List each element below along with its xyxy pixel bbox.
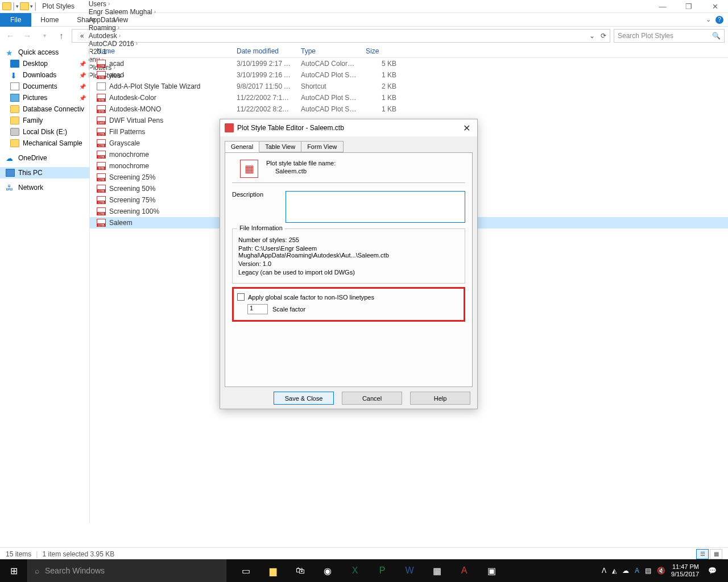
qat-dropdown-icon[interactable]: ▾	[16, 3, 19, 9]
file-row[interactable]: acad 3/10/1999 2:17 AM AutoCAD Color-d..…	[90, 58, 728, 69]
onedrive-icon: ☁	[6, 154, 15, 162]
file-size: 5 KB	[361, 60, 401, 68]
stb-icon	[97, 105, 106, 113]
label: Database Connectiv	[23, 105, 84, 113]
file-row[interactable]: Autodesk-Color 11/22/2002 7:17 AM AutoCA…	[90, 92, 728, 103]
dropdown-icon[interactable]: ⌄	[589, 32, 595, 40]
file-size: 1 KB	[361, 94, 401, 102]
store-icon[interactable]: 🛍	[287, 559, 314, 582]
file-name: DWF Virtual Pens	[109, 117, 163, 124]
app-icon[interactable]: ▣	[478, 559, 505, 582]
breadcrumb-segment[interactable]: AppData ›	[86, 16, 160, 24]
save-close-button[interactable]: Save & Close	[274, 392, 334, 405]
help-icon[interactable]: ?	[715, 16, 723, 24]
this-pc-item[interactable]: This PC	[0, 167, 89, 178]
qat-dropdown-icon[interactable]: ▾	[30, 3, 33, 9]
maximize-button[interactable]: ❐	[676, 0, 702, 13]
search-input[interactable]: Search Plot Styles 🔍	[614, 29, 725, 43]
highlight-box: Apply global scale factor to non-ISO lin…	[232, 287, 465, 322]
breadcrumb-segment[interactable]: Users ›	[86, 0, 160, 8]
tray-network-icon[interactable]: ▤	[645, 567, 651, 575]
downloads-icon: ⬇	[10, 71, 19, 79]
tab-home[interactable]: Home	[31, 13, 68, 27]
taskbar-clock[interactable]: 11:47 PM 9/15/2017	[671, 563, 702, 578]
nav-item[interactable]: ⬇Downloads📌	[0, 69, 89, 81]
onedrive-item[interactable]: ☁ OneDrive	[0, 152, 89, 164]
nav-item[interactable]: Local Disk (E:)	[0, 126, 89, 138]
column-size[interactable]: Size	[361, 47, 401, 55]
nav-item[interactable]: Pictures📌	[0, 92, 89, 103]
file-row[interactable]: acad 3/10/1999 2:16 AM AutoCAD Plot Styl…	[90, 69, 728, 81]
tray-autodesk-icon[interactable]: ◭	[612, 567, 617, 575]
minimize-button[interactable]: —	[650, 0, 676, 13]
column-type[interactable]: Type	[296, 47, 361, 55]
breadcrumb-segment[interactable]: Engr Saleem Mughal ›	[86, 8, 160, 16]
tray-autodesk-icon[interactable]: A	[635, 567, 639, 575]
file-date: 9/8/2017 11:50 AM	[232, 82, 296, 90]
breadcrumb-overflow[interactable]: «	[78, 32, 86, 40]
recent-dropdown[interactable]: ▾	[38, 29, 51, 43]
file-type: AutoCAD Plot Styl...	[296, 94, 361, 102]
forward-button: →	[20, 29, 34, 43]
chrome-icon[interactable]: ◉	[314, 559, 341, 582]
dialog-title: Plot Style Table Editor - Saleem.ctb	[237, 124, 344, 132]
nav-item[interactable]: Family	[0, 115, 89, 126]
nav-item[interactable]: Mechanical Sample	[0, 138, 89, 149]
word-icon[interactable]: W	[396, 559, 423, 582]
file-row[interactable]: Add-A-Plot Style Table Wizard 9/8/2017 1…	[90, 81, 728, 92]
file-name: monochrome	[109, 162, 149, 170]
dialog-close-button[interactable]: ✕	[461, 123, 473, 134]
up-button[interactable]: ↑	[55, 29, 68, 43]
file-row[interactable]: Autodesk-MONO 11/22/2002 8:22 AM AutoCAD…	[90, 103, 728, 115]
expand-ribbon-icon[interactable]: ⌄	[706, 16, 711, 23]
column-date[interactable]: Date modified	[232, 47, 296, 55]
tray-cloud-icon[interactable]: ☁	[622, 567, 629, 575]
refresh-icon[interactable]: ⟳	[601, 32, 606, 40]
ctb-icon	[97, 196, 106, 204]
column-name[interactable]: Name	[90, 47, 232, 55]
breadcrumb-segment[interactable]: Autodesk ›	[86, 32, 160, 40]
tray-volume-icon[interactable]: 🔇	[657, 567, 665, 575]
network-icon: 🖧	[6, 184, 15, 192]
nav-item[interactable]: Database Connectiv	[0, 103, 89, 115]
action-center-icon[interactable]: 💬	[708, 567, 717, 575]
breadcrumb-bar[interactable]: « Local Disk (C:) ›Users ›Engr Saleem Mu…	[72, 29, 610, 43]
cancel-button[interactable]: Cancel	[342, 392, 402, 405]
task-view-icon[interactable]: ▭	[232, 559, 259, 582]
quick-access-header[interactable]: ★ Quick access	[0, 47, 89, 58]
ctb-icon	[97, 173, 106, 181]
details-view-button[interactable]: ☰	[696, 549, 709, 559]
tray-chevron-icon[interactable]: ᐱ	[602, 567, 606, 575]
description-input[interactable]	[286, 191, 465, 223]
autocad-icon[interactable]: A	[450, 559, 478, 582]
tab-general[interactable]: General	[225, 141, 259, 152]
nav-item[interactable]: Desktop📌	[0, 58, 89, 69]
network-item[interactable]: 🖧 Network	[0, 182, 89, 193]
start-button[interactable]: ⊞	[0, 559, 27, 582]
icons-view-button[interactable]: ▦	[710, 549, 722, 559]
tab-form-view[interactable]: Form View	[301, 141, 343, 152]
calculator-icon[interactable]: ▦	[423, 559, 450, 582]
search-icon: 🔍	[712, 32, 721, 40]
tab-table-view[interactable]: Table View	[259, 141, 301, 152]
file-size: 1 KB	[361, 105, 401, 113]
file-tab[interactable]: File	[0, 13, 31, 27]
scale-factor-input[interactable]: 1	[247, 304, 268, 314]
apply-global-scale-checkbox[interactable]	[237, 293, 245, 301]
file-name: Fill Patterns	[109, 128, 145, 136]
ctb-icon	[97, 128, 106, 136]
breadcrumb-segment[interactable]: Roaming ›	[86, 24, 160, 32]
taskbar-search[interactable]: ⌕ Search Windows	[27, 559, 226, 582]
project-icon[interactable]: P	[369, 559, 396, 582]
explorer-icon[interactable]: ▆	[259, 559, 287, 582]
dialog-titlebar[interactable]: Plot Style Table Editor - Saleem.ctb ✕	[220, 119, 477, 136]
help-button[interactable]: Help	[410, 392, 470, 405]
back-button[interactable]: ←	[3, 29, 17, 43]
excel-icon[interactable]: X	[341, 559, 369, 582]
dialog-icon	[225, 123, 234, 132]
navigation-pane: ★ Quick access Desktop📌⬇Downloads📌Docume…	[0, 44, 90, 523]
nav-item[interactable]: Documents📌	[0, 81, 89, 92]
pin-icon: 📌	[79, 72, 86, 78]
address-bar: ← → ▾ ↑ « Local Disk (C:) ›Users ›Engr S…	[0, 27, 728, 44]
close-button[interactable]: ✕	[702, 0, 728, 13]
